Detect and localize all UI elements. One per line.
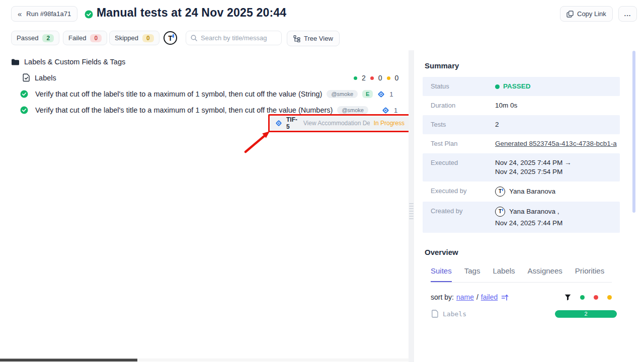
- filter-failed-button[interactable]: Failed 0: [63, 31, 107, 45]
- tab-labels[interactable]: Labels: [493, 266, 515, 282]
- duration-label: Duration: [431, 101, 495, 109]
- test-title: Verify that cut off the label's title to…: [35, 90, 322, 98]
- panel-splitter[interactable]: [409, 50, 414, 362]
- sort-by-failed-link[interactable]: failed: [481, 293, 498, 301]
- tree-view-button[interactable]: Tree View: [287, 31, 340, 46]
- search-icon: [191, 35, 197, 41]
- legend-skipped-dot: [607, 295, 612, 300]
- passed-check-icon: [85, 10, 93, 19]
- chevron-double-left-icon: «: [18, 10, 22, 18]
- test-row[interactable]: Verify that cut off the label's title to…: [20, 106, 408, 114]
- filter-skipped-button[interactable]: Skipped 0: [109, 31, 159, 45]
- executed-end: Nov 24, 2025 7:54 PM: [495, 167, 572, 176]
- passed-filter-label: Passed: [17, 34, 38, 42]
- suite-folder-row[interactable]: Labels & Custom Fields & Tags: [11, 58, 125, 66]
- executed-by-name: Yana Baranova: [509, 187, 555, 196]
- overview-suite-label: Labels: [443, 310, 466, 318]
- summary-tests-row: Tests 2: [423, 115, 620, 134]
- overview-heading: Overview: [425, 248, 620, 256]
- sort-row: sort by: name / failed: [431, 293, 612, 301]
- env-badge[interactable]: E: [362, 90, 373, 98]
- tag-badge[interactable]: @smoke: [327, 90, 358, 98]
- test-row[interactable]: Verify that cut off the label's title to…: [20, 90, 408, 98]
- annotation-arrow-icon: [236, 126, 282, 161]
- suite-skipped-count: 0: [395, 74, 399, 82]
- filter-bar: Passed 2 Failed 0 Skipped 0 T Tree View: [0, 31, 644, 46]
- copy-icon: [567, 11, 574, 18]
- document-check-icon: [23, 73, 30, 82]
- executed-label: Executed: [431, 158, 495, 166]
- page-title: Manual tests at 24 Nov 2025 20:44: [97, 6, 286, 20]
- skipped-count-badge: 0: [142, 34, 154, 42]
- status-legend: [565, 294, 612, 301]
- summary-heading: Summary: [425, 61, 620, 70]
- user-avatar: T: [495, 207, 505, 217]
- test-plan-link[interactable]: Generated 8523745a-413c-4738-bcb1-a: [495, 140, 617, 147]
- status-dot-icon: [495, 84, 500, 89]
- suite-result-counts: 2 0 0: [354, 74, 398, 82]
- user-avatar: T: [495, 187, 505, 197]
- horizontal-scrollbar-track[interactable]: [0, 358, 413, 361]
- assignee-avatar-filter[interactable]: T: [164, 31, 177, 45]
- horizontal-scrollbar-thumb[interactable]: [0, 358, 137, 361]
- issue-diamond-icon: [275, 120, 282, 127]
- created-by-value: T Yana Baranova , Nov 24, 2025 7:44 PM: [495, 207, 562, 228]
- status-label: Status: [431, 82, 495, 90]
- skipped-dot-icon: [387, 76, 390, 80]
- linked-issue-tooltip[interactable]: TIF-5 View Accommodation Det... In Progr…: [270, 116, 410, 130]
- folder-icon: [11, 58, 20, 66]
- folder-label: Labels & Custom Fields & Tags: [24, 58, 125, 66]
- suite-passed-count: 2: [362, 74, 366, 82]
- overview-suite-row[interactable]: Labels 2: [432, 310, 617, 318]
- sort-by-label: sort by:: [431, 293, 454, 301]
- passed-check-icon: [20, 106, 28, 114]
- search-input[interactable]: [201, 34, 271, 42]
- avatar-letter: T: [168, 34, 173, 42]
- tab-suites[interactable]: Suites: [431, 266, 452, 282]
- sort-by-name-link[interactable]: name: [456, 293, 474, 301]
- summary-status-row: Status PASSED: [423, 77, 620, 96]
- suite-labels-row[interactable]: Labels: [23, 73, 56, 82]
- executed-by-label: Executed by: [431, 187, 495, 195]
- issue-status: In Progress: [374, 120, 405, 127]
- back-to-run-button[interactable]: « Run #98fa1a71: [11, 6, 77, 22]
- filter-passed-button[interactable]: Passed 2: [11, 31, 59, 45]
- search-box: [186, 31, 282, 45]
- vertical-scrollbar-thumb[interactable]: [632, 51, 635, 213]
- created-by-date: Nov 24, 2025 7:44 PM: [495, 219, 562, 228]
- status-value: PASSED: [495, 82, 531, 91]
- linked-issue-count: 1: [394, 107, 397, 114]
- skipped-filter-label: Skipped: [115, 34, 138, 42]
- suite-label: Labels: [35, 74, 56, 82]
- copy-link-label: Copy Link: [577, 10, 606, 18]
- tab-priorities[interactable]: Priorities: [575, 266, 604, 282]
- tab-tags[interactable]: Tags: [464, 266, 480, 282]
- legend-failed-dot: [594, 295, 598, 300]
- executed-by-value: T Yana Baranova: [495, 187, 555, 197]
- executed-value: Nov 24, 2025 7:44 PM → Nov 24, 2025 7:54…: [495, 158, 572, 176]
- failed-filter-label: Failed: [68, 34, 86, 42]
- failed-count-badge: 0: [90, 34, 102, 42]
- passed-progress-bar[interactable]: 2: [555, 310, 617, 318]
- tree-view-label: Tree View: [304, 35, 333, 42]
- sort-separator: /: [476, 293, 478, 301]
- suite-failed-count: 0: [378, 74, 382, 82]
- passed-dot-icon: [354, 76, 357, 80]
- legend-passed-dot: [580, 295, 585, 300]
- summary-executed-row: Executed Nov 24, 2025 7:44 PM → Nov 24, …: [423, 153, 620, 182]
- tests-label: Tests: [431, 120, 495, 128]
- summary-test-plan-row: Test Plan Generated 8523745a-413c-4738-b…: [423, 134, 620, 153]
- filter-funnel-icon[interactable]: [565, 294, 571, 301]
- tab-assignees[interactable]: Assignees: [528, 266, 562, 282]
- test-title: Verify that cut off the label's title to…: [35, 106, 333, 114]
- overview-tabs: Suites Tags Labels Assignees Priorities: [431, 266, 612, 283]
- linked-issue-diamond-icon[interactable]: [377, 90, 385, 98]
- sort-direction-icon[interactable]: [501, 294, 509, 301]
- linked-issue-diamond-icon[interactable]: [382, 107, 389, 114]
- created-by-name: Yana Baranova ,: [509, 207, 559, 216]
- tag-badge[interactable]: @smoke: [337, 106, 368, 114]
- splitter-grip-icon: [409, 203, 414, 219]
- copy-link-button[interactable]: Copy Link: [560, 6, 613, 22]
- more-actions-button[interactable]: ...: [618, 6, 637, 22]
- summary-duration-row: Duration 10m 0s: [423, 96, 620, 115]
